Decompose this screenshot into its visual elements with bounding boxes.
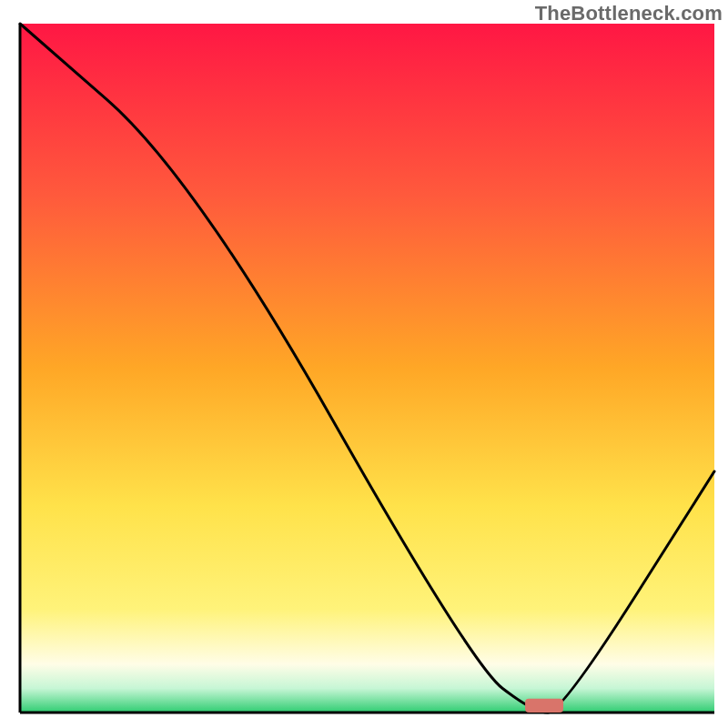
chart-container: TheBottleneck.com bbox=[0, 0, 728, 728]
optimal-range-marker bbox=[525, 699, 563, 713]
plot-background bbox=[20, 24, 714, 713]
bottleneck-chart bbox=[0, 0, 728, 728]
